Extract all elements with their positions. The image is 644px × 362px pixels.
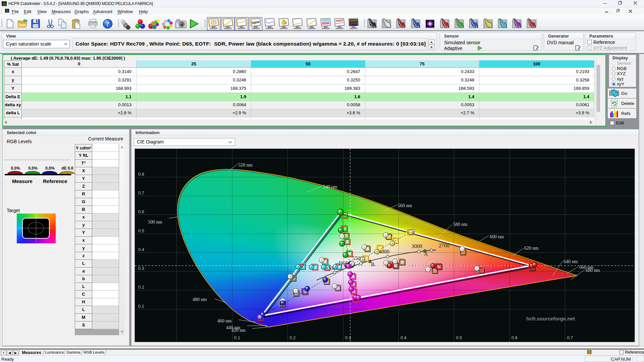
svg-text:?: ?	[106, 20, 109, 27]
